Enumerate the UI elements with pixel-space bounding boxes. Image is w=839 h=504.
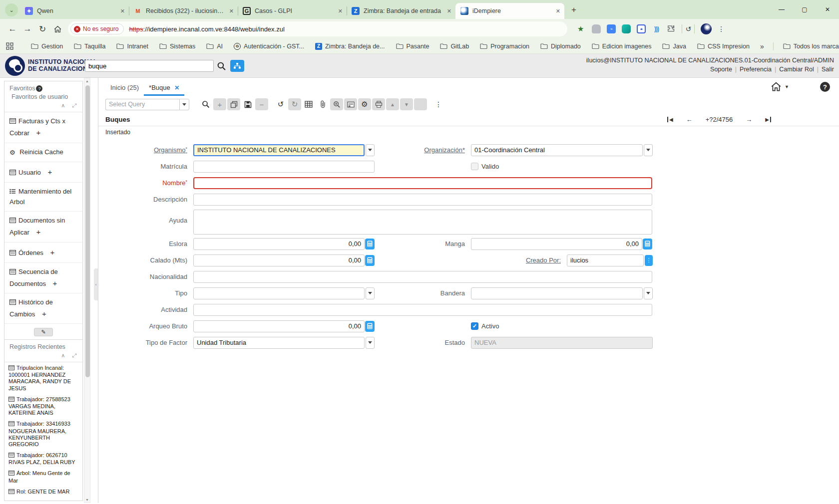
extension-blue-icon[interactable]: ⌁ xyxy=(607,24,616,33)
search-icon[interactable] xyxy=(217,61,226,71)
scroll-down-icon[interactable]: ▼ xyxy=(84,498,90,502)
extension-waves-icon[interactable]: ))) xyxy=(652,24,661,33)
first-record-icon[interactable]: ◀ xyxy=(667,117,673,122)
favorite-item[interactable]: Órdenes + xyxy=(4,243,82,263)
bookmark-folder[interactable]: Diplomado xyxy=(540,43,581,50)
select-query-input[interactable] xyxy=(105,99,179,110)
history-icon[interactable]: ↺ xyxy=(685,25,691,33)
bookmark-link[interactable]: GAutenticación - GST... xyxy=(234,43,304,50)
expand-panel-icon[interactable]: ⤢ xyxy=(72,352,76,359)
organismo-dropdown-button[interactable] xyxy=(366,144,375,156)
calculator-icon[interactable] xyxy=(365,255,375,266)
tab-close-icon[interactable]: ✕ xyxy=(338,8,343,14)
favorite-item[interactable]: Secuencia de Documentos + xyxy=(4,263,82,293)
tab-close-icon[interactable]: ✕ xyxy=(229,8,234,14)
tab-search-button[interactable]: ⌄ xyxy=(5,3,18,16)
favorite-item[interactable]: ⚙ Reinicia Cache xyxy=(4,143,82,162)
previous-record-icon[interactable]: ← xyxy=(686,116,693,123)
new-record-button[interactable]: + xyxy=(213,98,226,110)
recent-record[interactable]: Rol: GENTE DE MAR xyxy=(4,486,82,498)
collapse-panel-icon[interactable]: ∧ xyxy=(61,102,65,109)
find-record-button[interactable] xyxy=(199,98,212,110)
delete-record-button[interactable]: − xyxy=(255,98,268,110)
last-record-icon[interactable]: ▶ xyxy=(765,117,771,122)
calculator-icon[interactable] xyxy=(365,239,375,250)
valido-checkbox[interactable] xyxy=(471,163,478,170)
link-soporte[interactable]: Soporte xyxy=(710,66,732,73)
organismo-input[interactable] xyxy=(193,144,365,156)
bookmark-star-icon[interactable]: ★ xyxy=(577,24,584,33)
blank-toolbar-button[interactable] xyxy=(414,98,427,110)
favorite-item[interactable]: Mantenimiento del Arbol xyxy=(4,183,82,212)
record-info-menu-button[interactable]: ⋮ xyxy=(645,255,653,266)
add-favorite-new-icon[interactable]: + xyxy=(47,166,52,178)
refresh-button[interactable]: ↻ xyxy=(288,98,301,110)
bookmark-folder[interactable]: Edicion imagenes xyxy=(592,43,652,50)
link-cambiar-rol[interactable]: Cambiar Rol xyxy=(779,66,814,73)
edit-favorites-button[interactable]: ✎ xyxy=(34,328,53,336)
chevron-down-icon[interactable]: ▼ xyxy=(785,84,789,89)
profile-avatar[interactable] xyxy=(701,23,712,34)
gear-icon[interactable]: ⚙ xyxy=(358,98,371,110)
select-query-dropdown-button[interactable] xyxy=(179,99,189,110)
sidebar-scrollbar[interactable]: ▲ ▼ xyxy=(84,78,90,503)
all-bookmarks-folder[interactable]: Todos los marcadores xyxy=(783,43,839,50)
organizacion-dropdown-button[interactable] xyxy=(644,144,653,156)
tab-inicio[interactable]: Inicio (25) xyxy=(105,84,144,96)
browser-tab-zimbra[interactable]: Z Zimbra: Bandeja de entrada ✕ xyxy=(347,3,455,19)
label-organismo[interactable]: Organismo* xyxy=(98,146,190,154)
label-organizacion[interactable]: Organización* xyxy=(375,146,468,154)
tab-close-icon[interactable]: ✕ xyxy=(447,8,451,14)
manga-input[interactable] xyxy=(471,238,642,250)
address-bar[interactable]: ✕ No es seguro https://idempiere.incanal… xyxy=(68,21,567,36)
matricula-input[interactable] xyxy=(193,161,375,173)
recent-record[interactable]: Árbol: Menu Gente de Mar xyxy=(4,468,82,486)
reload-icon[interactable]: ↻ xyxy=(35,21,50,36)
security-warning-chip[interactable]: ✕ No es seguro xyxy=(70,23,124,34)
expand-panel-icon[interactable]: ⤢ xyxy=(72,102,76,109)
bookmark-folder[interactable]: CSS Impresion xyxy=(697,43,750,50)
bookmark-folder[interactable]: Taquilla xyxy=(74,43,105,50)
bookmark-folder[interactable]: Programacion xyxy=(480,43,529,50)
recent-record[interactable]: Trabajador: 27588523 VARGAS MEDINA, KATE… xyxy=(4,394,82,419)
extension-robot-icon[interactable] xyxy=(592,24,601,33)
bookmark-link[interactable]: ZZimbra: Bandeja de... xyxy=(315,43,385,50)
bookmarks-overflow-icon[interactable]: » xyxy=(760,42,764,50)
new-tab-button[interactable]: + xyxy=(567,3,580,16)
recent-record[interactable]: Trabajador: 33416933 NOGUERA MAURERA, KE… xyxy=(4,418,82,450)
browser-tab-glpi[interactable]: G Casos - GLPI ✕ xyxy=(238,3,347,19)
attachment-icon[interactable] xyxy=(316,98,329,110)
sidebar-collapse-handle[interactable]: ‹ xyxy=(94,268,98,300)
tipo-input[interactable] xyxy=(193,287,365,299)
creado-por-input[interactable] xyxy=(567,254,644,266)
save-button[interactable] xyxy=(241,98,254,110)
add-favorite-new-icon[interactable]: + xyxy=(42,308,46,319)
favorite-item[interactable]: Facturas y Cts x Cobrar + xyxy=(4,112,82,143)
bookmark-folder[interactable]: Pasante xyxy=(396,43,429,50)
link-preferencia[interactable]: Preferencia xyxy=(740,66,772,73)
bookmark-folder[interactable]: Java xyxy=(662,43,686,50)
nacionalidad-input[interactable] xyxy=(193,271,652,283)
calado-input[interactable] xyxy=(193,254,365,266)
browser-tab-qwen[interactable]: ✦ Qwen ✕ xyxy=(20,3,129,19)
bookmark-folder[interactable]: AI xyxy=(206,43,223,50)
recent-record[interactable]: Trabajador: 0626710 RIVAS PLAZ, DELIA RU… xyxy=(4,450,82,468)
window-minimize-button[interactable]: — xyxy=(770,0,793,19)
print-button[interactable] xyxy=(372,98,385,110)
window-maximize-button[interactable]: ▢ xyxy=(793,0,816,19)
window-close-button[interactable]: ✕ xyxy=(816,0,839,19)
extension-shield-icon[interactable] xyxy=(622,24,631,33)
close-tab-icon[interactable]: ✕ xyxy=(174,84,179,91)
back-icon[interactable]: ← xyxy=(5,21,20,36)
recent-record[interactable]: Tripulacion Incanal: 1000001 HERNANDEZ M… xyxy=(4,362,82,394)
add-favorite-new-icon[interactable]: + xyxy=(36,127,40,138)
scroll-up-icon[interactable]: ▲ xyxy=(84,79,90,83)
apps-grid-icon[interactable] xyxy=(6,42,13,50)
tipo-factor-input[interactable] xyxy=(193,337,365,349)
calculator-icon[interactable] xyxy=(365,321,375,332)
tab-buque[interactable]: *Buque ✕ xyxy=(144,84,184,96)
organizacion-input[interactable] xyxy=(471,144,643,156)
add-favorite-new-icon[interactable]: + xyxy=(53,277,57,289)
global-search-input[interactable] xyxy=(85,60,214,72)
browser-tab-idempiere[interactable]: iDempiere ✕ xyxy=(455,3,564,19)
